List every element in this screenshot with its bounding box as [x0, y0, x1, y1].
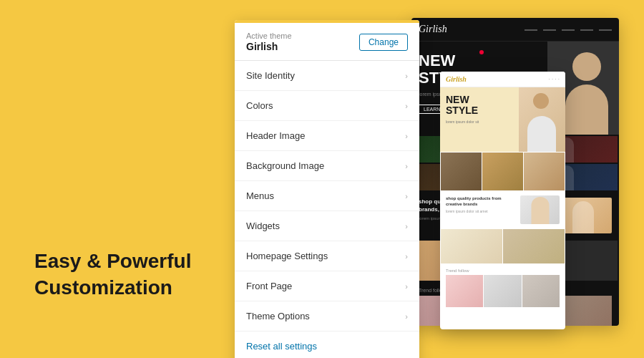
chevron-right-icon: › — [405, 162, 408, 170]
menu-item-homepage-settings: Homepage Settings › — [235, 241, 419, 271]
light-face-decoration — [533, 93, 549, 109]
homepage-settings-link[interactable]: Homepage Settings › — [235, 241, 419, 271]
reset-all-label: Reset all settings — [246, 341, 317, 352]
light-section3: Trend follow — [440, 264, 565, 311]
site-identity-label: Site Identity — [246, 70, 295, 81]
menus-link[interactable]: Menus › — [235, 181, 419, 211]
front-page-label: Front Page — [246, 281, 292, 291]
light-figure-decoration — [531, 197, 549, 224]
front-page-link[interactable]: Front Page › — [235, 271, 419, 301]
menu-item-front-page: Front Page › — [235, 271, 419, 301]
hero-text: Easy & Powerful Customization — [34, 248, 191, 301]
light-grid2-item-2 — [503, 229, 565, 263]
chevron-right-icon: › — [405, 222, 408, 231]
light-hero-heading: NEWSTYLE — [446, 95, 513, 117]
homepage-settings-label: Homepage Settings — [246, 251, 328, 261]
face-decoration — [572, 52, 601, 81]
menu-item-site-identity: Site Identity › — [235, 61, 419, 91]
light-grid2 — [440, 228, 565, 264]
widgets-link[interactable]: Widgets › — [235, 211, 419, 241]
chevron-right-icon: › — [405, 252, 408, 261]
customizer-header: Active theme Girlish Change — [235, 23, 419, 61]
light-hero-sub: lorem ipsum dolor sit — [446, 120, 513, 124]
colors-label: Colors — [246, 100, 273, 111]
nav-dot — [525, 29, 537, 31]
light-s3-title: Trend follow — [446, 268, 560, 273]
light-theme-preview: Girlish · · · · NEWSTYLE lorem ipsum dol… — [440, 72, 565, 329]
chevron-right-icon: › — [405, 312, 408, 321]
theme-options-link[interactable]: Theme Options › — [235, 301, 419, 331]
customizer-menu: Site Identity › Colors › Header Image › … — [235, 61, 419, 358]
header-image-label: Header Image — [246, 130, 305, 141]
light-hero-text: NEWSTYLE lorem ipsum dolor sit — [440, 87, 519, 152]
chevron-right-icon: › — [405, 72, 408, 80]
menu-item-reset-all: Reset all settings — [235, 332, 419, 358]
light-s2-sub: lorem ipsum dolor sit amet — [446, 209, 516, 214]
dark-logo: Girlish — [419, 24, 447, 35]
chevron-right-icon: › — [405, 132, 408, 140]
light-s2-image — [520, 195, 560, 224]
nav-dot — [543, 29, 556, 31]
red-dot-decoration — [479, 50, 484, 54]
light-grid-item-3 — [524, 153, 565, 190]
light-s2-text: shop quality products from creative bran… — [446, 195, 516, 224]
change-theme-button[interactable]: Change — [359, 34, 408, 51]
menu-item-background-image: Background Image › — [235, 151, 419, 181]
menu-item-menus: Menus › — [235, 181, 419, 211]
active-theme-info: Active theme Girlish — [246, 32, 292, 53]
theme-options-label: Theme Options — [246, 311, 310, 321]
light-s2-title: shop quality products from creative bran… — [446, 195, 516, 208]
light-s3-item-3 — [522, 275, 560, 307]
hero-line1: Easy & Powerful Customization — [34, 248, 191, 301]
light-section2: shop quality products from creative bran… — [440, 191, 565, 228]
widgets-label: Widgets — [246, 221, 280, 231]
header-image-link[interactable]: Header Image › — [235, 121, 419, 150]
chevron-right-icon: › — [405, 282, 408, 291]
background-image-label: Background Image — [246, 160, 324, 171]
nav-item: · · · · — [548, 76, 560, 82]
chevron-right-icon: › — [405, 102, 408, 110]
light-hero: NEWSTYLE lorem ipsum dolor sit — [440, 87, 565, 152]
figure-decoration — [572, 201, 594, 233]
chevron-right-icon: › — [405, 192, 408, 200]
customizer-panel: Active theme Girlish Change Site Identit… — [235, 20, 419, 358]
active-theme-label: Active theme — [246, 32, 292, 40]
menu-item-colors: Colors › — [235, 91, 419, 121]
site-identity-link[interactable]: Site Identity › — [235, 61, 419, 90]
light-grid-item-2 — [482, 153, 523, 190]
light-s3-item-2 — [484, 275, 521, 307]
light-grid2-item-1 — [441, 229, 502, 263]
light-hero-image — [519, 87, 565, 152]
dark-header: Girlish — [411, 18, 619, 42]
light-s3-grid — [446, 275, 560, 307]
light-nav: · · · · — [548, 76, 560, 82]
colors-link[interactable]: Colors › — [235, 91, 419, 120]
body-decoration — [565, 84, 608, 135]
light-header: Girlish · · · · — [440, 72, 565, 87]
theme-name: Girlish — [246, 41, 278, 52]
light-logo: Girlish — [446, 75, 467, 83]
menus-label: Menus — [246, 190, 274, 201]
light-s3-item-1 — [446, 275, 483, 307]
nav-dot — [580, 29, 593, 31]
light-body-decoration — [527, 116, 556, 152]
menu-item-theme-options: Theme Options › — [235, 301, 419, 332]
nav-dot — [599, 29, 612, 31]
light-grid-item-1 — [441, 153, 482, 190]
reset-all-link[interactable]: Reset all settings — [235, 332, 419, 358]
menu-item-header-image: Header Image › — [235, 121, 419, 151]
background-image-link[interactable]: Background Image › — [235, 151, 419, 180]
light-product-grid — [440, 152, 565, 191]
menu-item-widgets: Widgets › — [235, 211, 419, 241]
dark-nav — [525, 28, 612, 31]
nav-dot — [562, 29, 575, 31]
